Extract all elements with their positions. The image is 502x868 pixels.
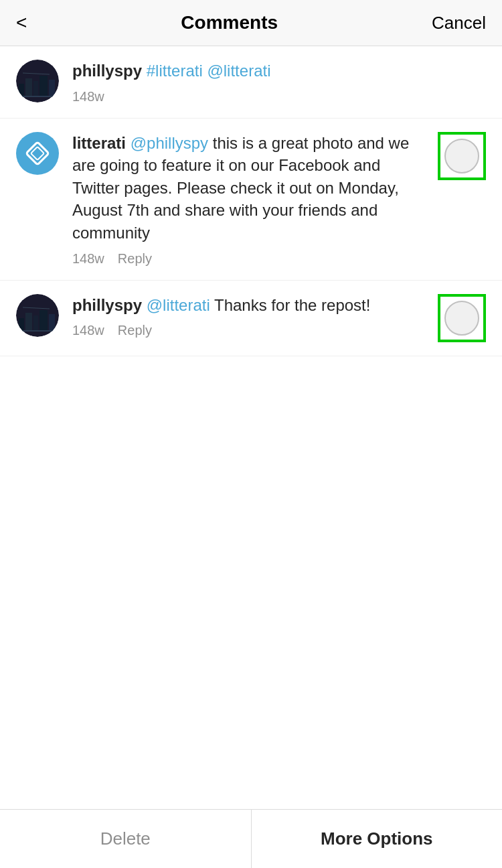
more-options-button[interactable]: More Options [252,810,503,868]
avatar [16,60,59,102]
avatar [16,132,59,175]
comments-list: phillyspy #litterati @litterati 148w lit… [0,46,502,809]
comment-username: phillyspy [72,296,142,314]
avatar [16,294,59,337]
svg-rect-9 [26,142,49,165]
comment-time: 148w [72,89,104,104]
mention[interactable]: @phillyspy [131,134,208,152]
comment-text: litterati @phillyspy this is a great pho… [72,132,427,244]
cancel-button[interactable]: Cancel [432,13,486,33]
comment-time: 148w [72,251,104,267]
comment-username: phillyspy [72,62,142,80]
hashtag[interactable]: #litterati [147,62,203,80]
like-area [438,132,486,180]
comment-meta: 148w [72,89,486,104]
comment-item: phillyspy @litterati Thanks for the repo… [0,281,502,356]
delete-button[interactable]: Delete [0,810,252,868]
svg-rect-10 [31,147,44,160]
svg-rect-2 [19,84,24,97]
reply-button[interactable]: Reply [118,323,152,338]
svg-rect-4 [33,81,38,97]
svg-rect-15 [33,315,38,332]
svg-rect-17 [49,314,55,332]
svg-rect-5 [39,76,48,97]
like-button[interactable] [444,139,479,173]
comment-content: phillyspy #litterati @litterati 148w [72,60,486,104]
comment-body: Thanks for the repost! [214,296,370,314]
mention[interactable]: @litterati [207,62,270,80]
like-button[interactable] [444,301,479,336]
svg-rect-13 [19,318,24,332]
svg-rect-16 [39,310,48,332]
bottom-bar: Delete More Options [0,809,502,868]
page-title: Comments [181,12,278,33]
comment-item: litterati @phillyspy this is a great pho… [0,119,502,281]
comment-text: phillyspy #litterati @litterati [72,60,486,82]
comment-content: litterati @phillyspy this is a great pho… [72,132,427,267]
comment-meta: 148w Reply [72,323,427,338]
comment-item: phillyspy #litterati @litterati 148w [0,46,502,119]
reply-button[interactable]: Reply [118,251,152,267]
litterati-logo-icon [24,140,51,167]
comment-meta: 148w Reply [72,251,427,267]
like-area [438,294,486,342]
comment-content: phillyspy @litterati Thanks for the repo… [72,294,427,339]
svg-rect-3 [25,78,32,97]
selection-indicator [438,132,486,180]
svg-rect-14 [25,313,32,332]
header: < Comments Cancel [0,0,502,46]
comment-time: 148w [72,323,104,338]
selection-indicator [438,294,486,342]
comment-username: litterati [72,134,126,152]
back-button[interactable]: < [16,13,27,32]
svg-rect-6 [49,80,55,97]
mention[interactable]: @litterati [147,296,210,314]
comment-text: phillyspy @litterati Thanks for the repo… [72,294,427,317]
